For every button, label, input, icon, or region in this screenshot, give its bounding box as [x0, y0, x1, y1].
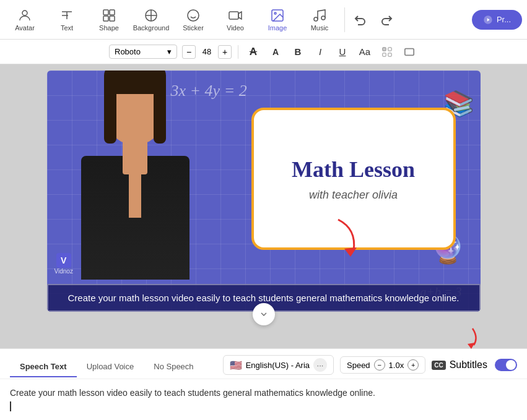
svg-marker-23 — [344, 247, 357, 257]
tool-image[interactable]: Image — [258, 2, 297, 37]
toolbar-divider — [344, 7, 345, 32]
font-selector[interactable]: Roboto ▾ — [109, 45, 177, 59]
language-selector[interactable]: 🇺🇸 English(US) - Aria ··· — [223, 355, 334, 375]
format-aa[interactable]: Aa — [356, 43, 373, 61]
tool-video[interactable]: Video — [216, 2, 255, 37]
main-canvas-area: 3x + 4y = 2 x - y = 3 a+b = 3 💡 📚 🔮 — [0, 64, 527, 348]
tool-background[interactable]: Background — [131, 2, 171, 37]
svg-point-8 — [188, 10, 199, 21]
font-size-increase[interactable]: + — [218, 45, 232, 59]
svg-rect-22 — [405, 48, 414, 55]
speed-control: Speed − 1.0x + — [340, 356, 425, 374]
tool-background-label: Background — [133, 24, 170, 32]
tool-shape-label: Shape — [99, 24, 119, 32]
arrow-to-caption — [332, 216, 369, 262]
font-name: Roboto — [115, 47, 141, 56]
format-bold[interactable]: B — [289, 43, 307, 61]
tool-text-label: Text — [61, 24, 73, 32]
svg-rect-21 — [388, 53, 391, 56]
speech-tabs: Speech Text Upload Voice No Speech 🇺🇸 En… — [0, 349, 527, 379]
tool-avatar[interactable]: Avatar — [5, 2, 45, 37]
card-title: Math Lesson — [292, 156, 415, 182]
tool-music[interactable]: Music — [300, 2, 339, 37]
card-subtitle: with teacher olivia — [309, 189, 398, 202]
tool-music-label: Music — [311, 24, 329, 32]
speech-text-content: Create your math lesson video easily to … — [10, 388, 375, 398]
font-size-value: 48 — [198, 47, 216, 56]
subtitle-control: CC Subtitles — [432, 359, 517, 371]
speed-increase[interactable]: + — [407, 359, 419, 371]
svg-point-14 — [314, 17, 318, 21]
tab-no-speech[interactable]: No Speech — [144, 357, 203, 377]
top-toolbar: Avatar Text Shape Background Sticker — [0, 0, 527, 40]
format-grid[interactable] — [378, 43, 396, 61]
toggle-knob — [506, 360, 516, 370]
font-size-decrease[interactable]: − — [182, 45, 196, 59]
svg-point-13 — [274, 12, 276, 14]
cc-badge: CC — [432, 361, 445, 370]
subtitle-label: Subtitles — [450, 359, 487, 371]
svg-marker-24 — [468, 343, 475, 349]
tab-speech-text[interactable]: Speech Text — [10, 357, 77, 377]
preview-button[interactable]: Pr... — [472, 10, 522, 30]
svg-rect-20 — [383, 53, 386, 56]
svg-point-15 — [321, 16, 325, 20]
tool-shape[interactable]: Shape — [89, 2, 129, 37]
font-size-control: − 48 + — [182, 45, 232, 59]
subtitle-toggle[interactable] — [495, 359, 517, 371]
undo-button[interactable] — [350, 9, 372, 31]
tool-text[interactable]: Text — [47, 2, 87, 37]
svg-rect-4 — [110, 16, 115, 21]
svg-point-0 — [22, 11, 27, 15]
format-border[interactable] — [401, 43, 418, 61]
language-more-button[interactable]: ··· — [313, 358, 327, 372]
tool-avatar-label: Avatar — [15, 24, 35, 32]
flag-icon: 🇺🇸 — [230, 359, 242, 371]
format-underline[interactable]: U — [334, 43, 351, 61]
arrow-to-toggle — [460, 325, 485, 353]
speech-text-area[interactable]: Create your math lesson video easily to … — [0, 379, 527, 420]
speed-label: Speed — [347, 361, 370, 370]
brand-label: Vidnoz — [54, 268, 73, 275]
svg-rect-18 — [383, 47, 386, 50]
redo-button[interactable] — [375, 9, 397, 31]
format-separator-1 — [238, 45, 238, 59]
avatar-figure — [81, 88, 189, 280]
canvas-content: 3x + 4y = 2 x - y = 3 a+b = 3 💡 📚 🔮 — [47, 71, 481, 312]
svg-rect-3 — [103, 16, 108, 21]
speed-decrease[interactable]: − — [374, 359, 385, 371]
canvas-wrapper: 3x + 4y = 2 x - y = 3 a+b = 3 💡 📚 🔮 — [47, 71, 481, 312]
svg-rect-2 — [110, 10, 115, 15]
text-cursor — [10, 401, 11, 411]
tool-sticker[interactable]: Sticker — [173, 2, 213, 37]
svg-rect-19 — [388, 47, 391, 50]
caption-text: Create your math lesson video easily to … — [68, 291, 459, 304]
tool-video-label: Video — [227, 24, 244, 32]
vidnoz-brand: V Vidnoz — [54, 253, 73, 275]
tool-image-label: Image — [268, 24, 287, 32]
tool-sticker-label: Sticker — [183, 24, 204, 32]
font-dropdown-icon: ▾ — [167, 47, 172, 56]
format-strikethrough[interactable]: A — [245, 43, 262, 61]
tab-upload-voice[interactable]: Upload Voice — [77, 357, 144, 377]
language-label: English(US) - Aria — [246, 361, 310, 370]
svg-rect-1 — [103, 10, 108, 15]
bottom-panel: Speech Text Upload Voice No Speech 🇺🇸 En… — [0, 348, 527, 420]
preview-label: Pr... — [497, 15, 511, 24]
format-italic[interactable]: I — [311, 43, 329, 61]
canvas[interactable]: 3x + 4y = 2 x - y = 3 a+b = 3 💡 📚 🔮 — [47, 71, 481, 312]
format-case-btn[interactable]: A — [267, 43, 284, 61]
scroll-down-button[interactable] — [253, 303, 275, 325]
svg-rect-11 — [229, 12, 238, 19]
format-toolbar: Roboto ▾ − 48 + A A B I U Aa — [0, 40, 527, 64]
speed-value: 1.0x — [389, 361, 404, 370]
